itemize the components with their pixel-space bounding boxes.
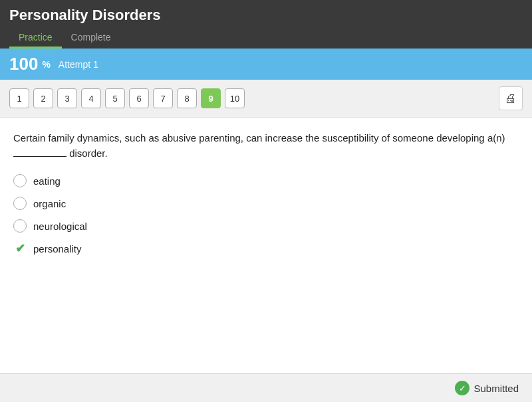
q-btn-3[interactable]: 3 <box>57 88 77 108</box>
progress-percent: 100 <box>9 54 38 74</box>
question-text: Certain family dynamics, such as abusive… <box>13 131 519 161</box>
progress-bar: 100% Attempt 1 <box>0 49 532 80</box>
q-btn-10[interactable]: 10 <box>225 88 245 108</box>
main-content: Certain family dynamics, such as abusive… <box>0 118 532 373</box>
radio-neurological <box>13 219 27 233</box>
option-eating[interactable]: eating <box>13 174 519 187</box>
print-icon: 🖨 <box>505 92 517 106</box>
q-btn-6[interactable]: 6 <box>129 88 149 108</box>
submitted-badge: ✓ Submitted <box>455 381 519 395</box>
footer: ✓ Submitted <box>0 373 532 402</box>
page-title: Personality Disorders <box>9 7 523 24</box>
submitted-label: Submitted <box>473 383 519 394</box>
radio-organic <box>13 197 27 210</box>
submitted-icon: ✓ <box>455 381 469 395</box>
option-neurological[interactable]: neurological <box>13 219 519 233</box>
q-btn-5[interactable]: 5 <box>105 88 125 108</box>
q-btn-9[interactable]: 9 <box>201 88 221 108</box>
radio-eating <box>13 174 27 187</box>
q-btn-4[interactable]: 4 <box>81 88 101 108</box>
tab-practice[interactable]: Practice <box>9 28 62 49</box>
header: Personality Disorders Practice Complete <box>0 0 532 49</box>
question-blank <box>13 148 69 159</box>
option-neurological-label: neurological <box>33 221 87 232</box>
tab-complete[interactable]: Complete <box>62 28 120 49</box>
q-btn-7[interactable]: 7 <box>153 88 173 108</box>
option-organic-label: organic <box>33 198 66 209</box>
options-list: eating organic neurological ✔ personalit… <box>13 174 519 255</box>
option-organic[interactable]: organic <box>13 197 519 210</box>
progress-attempt: Attempt 1 <box>59 59 98 70</box>
question-nav: 1 2 3 4 5 6 7 8 9 10 🖨 <box>0 80 532 118</box>
option-personality-label: personality <box>33 243 82 254</box>
q-btn-1[interactable]: 1 <box>9 88 29 108</box>
q-btn-8[interactable]: 8 <box>177 88 197 108</box>
option-personality[interactable]: ✔ personality <box>13 242 519 255</box>
checkmark-personality: ✔ <box>13 242 27 255</box>
progress-sup: % <box>42 59 50 70</box>
print-button[interactable]: 🖨 <box>499 86 523 110</box>
app-container: Personality Disorders Practice Complete … <box>0 0 532 402</box>
option-eating-label: eating <box>33 175 61 187</box>
question-text-before: Certain family dynamics, such as abusive… <box>13 132 505 144</box>
q-btn-2[interactable]: 2 <box>33 88 53 108</box>
header-tabs: Practice Complete <box>9 28 523 49</box>
question-text-after: disorder. <box>69 148 108 159</box>
